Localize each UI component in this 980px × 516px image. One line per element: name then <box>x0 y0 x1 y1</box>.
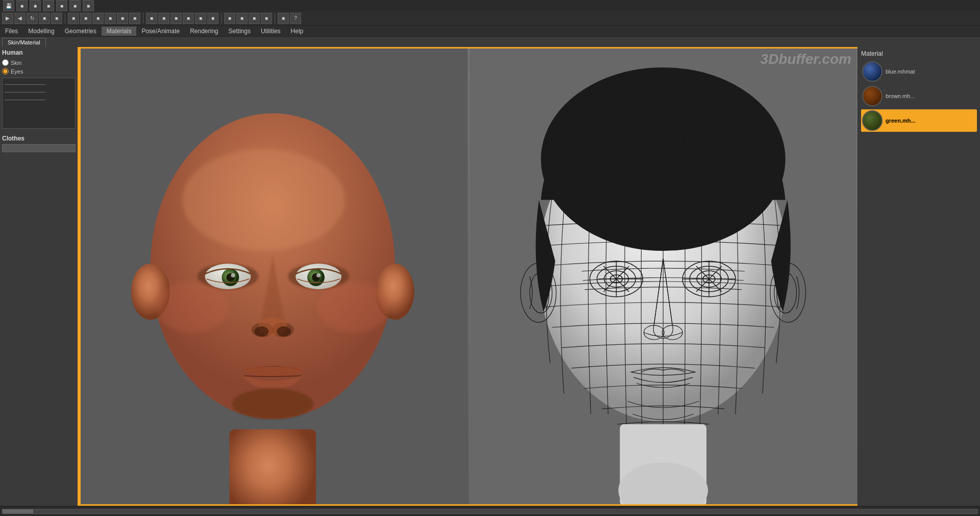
toolbar-btn-17[interactable]: ■ <box>207 13 218 24</box>
help-icon[interactable]: ? <box>290 13 301 24</box>
icon5[interactable]: ■ <box>56 0 67 11</box>
eyes-label: Eyes <box>11 68 23 75</box>
toolbar-btn-3[interactable]: ↻ <box>27 13 38 24</box>
icon6[interactable]: ■ <box>69 0 81 11</box>
skin-radio[interactable] <box>2 59 9 66</box>
scroll-thumb[interactable] <box>3 509 33 513</box>
left-panel: Human Skin Eyes ———————— ———————— ——————… <box>0 47 79 506</box>
tabbar: Skin/Material <box>0 37 980 47</box>
menu-modelling[interactable]: Modelling <box>23 27 59 36</box>
material-name-brown: brown.mh... <box>886 93 915 99</box>
material-panel-label: Material <box>861 50 977 57</box>
bottom-orange-bar <box>79 504 857 506</box>
human-section-label: Human <box>2 49 76 56</box>
toolbar-btn-16[interactable]: ■ <box>195 13 206 24</box>
svg-rect-2 <box>229 429 316 506</box>
skin-radio-option[interactable]: Skin <box>2 58 76 67</box>
toolbar-btn-5[interactable]: ■ <box>51 13 62 24</box>
tab-skin-material[interactable]: Skin/Material <box>2 38 46 47</box>
toolbar-btn-6[interactable]: ■ <box>68 13 79 24</box>
toolbar-btn-19[interactable]: ■ <box>236 13 248 24</box>
skin-subitem-2: ———————— <box>5 88 73 96</box>
material-preview-brown <box>862 86 883 106</box>
menu-settings[interactable]: Settings <box>224 27 256 36</box>
viewport-container <box>79 47 857 506</box>
toolbar-sep-2 <box>143 13 143 24</box>
toolbar-btn-18[interactable]: ■ <box>224 13 235 24</box>
main-area: Human Skin Eyes ———————— ———————— ——————… <box>0 47 980 506</box>
statusbar <box>0 506 980 516</box>
viewport-rendered[interactable] <box>79 47 469 506</box>
titlebar-icon-group: 💾 ■ ■ ■ ■ ■ ■ <box>3 0 94 11</box>
material-item-blue[interactable]: blue.mhmat <box>861 60 977 83</box>
save-icon[interactable]: 💾 <box>3 0 14 11</box>
left-orange-border <box>79 47 81 506</box>
svg-point-22 <box>157 282 228 333</box>
menu-files[interactable]: Files <box>0 27 23 36</box>
svg-point-24 <box>232 389 313 419</box>
toolbar-btn-4[interactable]: ■ <box>39 13 50 24</box>
menu-utilities[interactable]: Utilities <box>256 27 286 36</box>
svg-point-4 <box>182 149 345 251</box>
svg-point-23 <box>317 282 389 333</box>
toolbar-btn-12[interactable]: ■ <box>146 13 157 24</box>
toolbar-btn-13[interactable]: ■ <box>158 13 169 24</box>
svg-point-10 <box>231 273 235 277</box>
material-item-green[interactable]: green.mh... <box>861 109 977 132</box>
toolbar-btn-7[interactable]: ■ <box>80 13 91 24</box>
toolbar: ▶ ◀ ↻ ■ ■ ■ ■ ■ ■ ■ ■ ■ ■ ■ ■ ■ ■ ■ ■ ■ … <box>0 11 980 26</box>
svg-point-19 <box>277 326 291 337</box>
skin-subitem-box: ———————— ———————— ———————— <box>2 78 76 129</box>
eyes-radio-option[interactable]: Eyes <box>2 67 76 76</box>
skin-label: Skin <box>11 60 21 66</box>
toolbar-btn-9[interactable]: ■ <box>105 13 116 24</box>
icon3[interactable]: ■ <box>30 0 41 11</box>
material-preview-blue <box>862 61 883 82</box>
material-name-green: green.mh... <box>886 118 916 124</box>
menu-pose-animate[interactable]: Pose/Animate <box>136 27 185 36</box>
toolbar-btn-11[interactable]: ■ <box>129 13 140 24</box>
toolbar-btn-14[interactable]: ■ <box>170 13 182 24</box>
icon2[interactable]: ■ <box>16 0 28 11</box>
toolbar-btn-22[interactable]: ■ <box>278 13 289 24</box>
toolbar-btn-15[interactable]: ■ <box>183 13 194 24</box>
toolbar-btn-8[interactable]: ■ <box>92 13 104 24</box>
toolbar-btn-10[interactable]: ■ <box>117 13 128 24</box>
toolbar-sep-1 <box>65 13 65 24</box>
icon7[interactable]: ■ <box>83 0 94 11</box>
clothes-label: Clothes <box>2 135 76 142</box>
rendered-head-svg <box>79 47 469 506</box>
viewport: 3Dbuffer.com <box>79 47 857 506</box>
wireframe-head-svg <box>469 47 858 506</box>
material-item-brown[interactable]: brown.mh... <box>861 85 977 107</box>
skin-subitem-1: ———————— <box>5 80 73 88</box>
svg-point-14 <box>316 273 321 277</box>
skin-subitem-3: ———————— <box>5 96 73 103</box>
horizontal-scrollbar[interactable] <box>2 509 978 514</box>
toolbar-sep-4 <box>275 13 275 24</box>
menu-geometries[interactable]: Geometries <box>60 27 102 36</box>
toolbar-btn-1[interactable]: ▶ <box>2 13 13 24</box>
svg-point-18 <box>254 326 268 337</box>
top-orange-bar <box>79 47 857 49</box>
toolbar-btn-2[interactable]: ◀ <box>14 13 26 24</box>
clothes-bar[interactable] <box>2 144 76 152</box>
titlebar: 💾 ■ ■ ■ ■ ■ ■ <box>0 0 980 11</box>
toolbar-btn-21[interactable]: ■ <box>261 13 272 24</box>
toolbar-btn-20[interactable]: ■ <box>249 13 260 24</box>
eyes-radio[interactable] <box>2 68 9 75</box>
material-name-blue: blue.mhmat <box>886 68 915 75</box>
menu-help[interactable]: Help <box>286 27 309 36</box>
menu-rendering[interactable]: Rendering <box>185 27 223 36</box>
material-preview-green <box>862 110 883 131</box>
toolbar-sep-3 <box>221 13 222 24</box>
menubar: Files Modelling Geometries Materials Pos… <box>0 26 980 37</box>
icon4[interactable]: ■ <box>43 0 54 11</box>
menu-materials[interactable]: Materials <box>102 27 137 36</box>
right-panel: Material blue.mhmat brown.mh... green.mh… <box>857 47 980 506</box>
viewport-wireframe[interactable] <box>469 47 858 506</box>
